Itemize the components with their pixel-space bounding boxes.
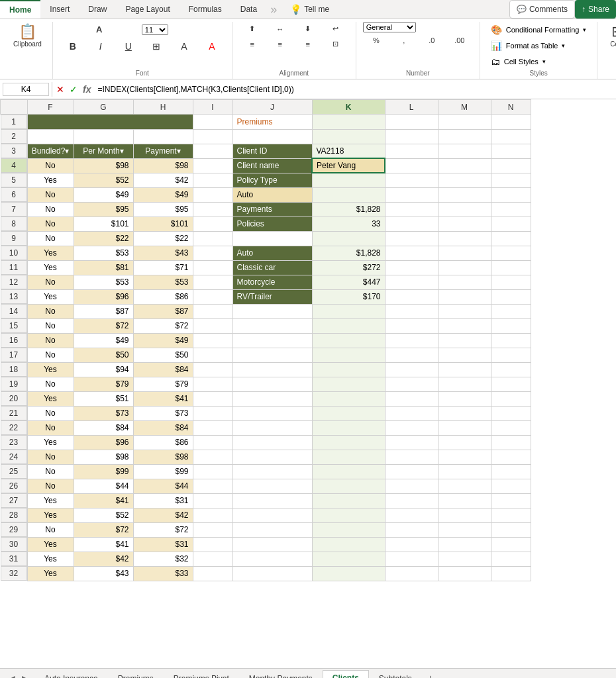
cell-F5[interactable]: Yes xyxy=(27,173,74,187)
cell-N2[interactable] xyxy=(491,129,531,144)
cell-F3[interactable]: Bundled?▾ xyxy=(27,144,74,158)
font-family-btn[interactable]: A xyxy=(60,22,139,37)
col-header-I[interactable]: I xyxy=(193,100,232,115)
cell-F4[interactable]: No xyxy=(27,158,74,173)
align-bot-btn[interactable]: ⬇ xyxy=(295,22,321,36)
tab-insert[interactable]: Insert xyxy=(40,0,79,19)
align-mid-btn[interactable]: ↔ xyxy=(267,22,293,36)
cell-G4[interactable]: $98 xyxy=(74,158,133,173)
cell-N4[interactable] xyxy=(491,158,531,173)
cell-M1[interactable] xyxy=(438,115,491,130)
cell-H5[interactable]: $42 xyxy=(133,173,193,187)
underline-btn[interactable]: U xyxy=(115,38,142,54)
cell-K4[interactable]: Peter Vang xyxy=(312,158,385,173)
align-left-btn[interactable]: ≡ xyxy=(239,37,266,51)
align-center-btn[interactable]: ≡ xyxy=(267,37,293,51)
sheet-tab-clients[interactable]: Clients xyxy=(323,670,369,678)
font-size-select[interactable]: 1112 xyxy=(142,24,168,35)
number-format-select[interactable]: General xyxy=(363,22,416,32)
tab-draw[interactable]: Draw xyxy=(79,0,116,19)
cell-J3[interactable]: Client ID xyxy=(232,144,312,158)
clipboard-btn[interactable]: 📋 Clipboard xyxy=(9,22,46,50)
formula-input[interactable] xyxy=(95,83,613,95)
cell-N3[interactable] xyxy=(491,144,531,158)
col-header-N[interactable]: N xyxy=(491,100,531,115)
scrollable-area[interactable]: F G H I J K L M N 1 Premiums xyxy=(0,99,616,668)
col-header-F[interactable]: F xyxy=(27,100,74,115)
cell-G2[interactable] xyxy=(74,129,133,144)
cell-H3[interactable]: Payment▾ xyxy=(133,144,193,158)
sheet-tab-add[interactable]: + xyxy=(422,671,438,679)
cell-J2[interactable] xyxy=(232,129,312,144)
cell-K3[interactable]: VA2118 xyxy=(312,144,385,158)
cell-G3[interactable]: Per Month▾ xyxy=(74,144,133,158)
cell-J5[interactable]: Policy Type xyxy=(232,173,312,187)
col-header-G[interactable]: G xyxy=(74,100,133,115)
tab-page-layout[interactable]: Page Layout xyxy=(116,0,179,19)
bold-btn[interactable]: B xyxy=(60,38,86,54)
tab-home[interactable]: Home xyxy=(0,0,40,19)
sheet-tab-premiums[interactable]: Premiums xyxy=(108,671,164,679)
col-header-H[interactable]: H xyxy=(133,100,193,115)
cell-K2[interactable] xyxy=(312,129,385,144)
font-color-btn[interactable]: A xyxy=(199,38,225,54)
dec-dec-btn[interactable]: .00 xyxy=(446,34,473,47)
cell-L2[interactable] xyxy=(385,129,438,144)
tab-tell-me[interactable]: 💡 Tell me xyxy=(281,0,338,19)
tab-data[interactable]: Data xyxy=(231,0,266,19)
dec-inc-btn[interactable]: .0 xyxy=(419,34,445,47)
col-header-M[interactable]: M xyxy=(438,100,491,115)
cell-J4[interactable]: Client name xyxy=(232,158,312,173)
cell-F2[interactable] xyxy=(27,129,74,144)
col-header-J[interactable]: J xyxy=(232,100,312,115)
cell-L3[interactable] xyxy=(385,144,438,158)
cell-reference-input[interactable] xyxy=(3,83,49,96)
cell-M2[interactable] xyxy=(438,129,491,144)
cell-I2[interactable] xyxy=(193,129,232,144)
cells-btn[interactable]: ⊞ Cells xyxy=(604,22,616,50)
cell-styles-btn[interactable]: 🗂 Cell Styles ▾ xyxy=(487,55,550,68)
format-as-table-btn[interactable]: 📊 Format as Table ▾ xyxy=(487,39,570,52)
tab-comments[interactable]: 💬 Comments xyxy=(509,0,575,19)
border-btn[interactable]: ⊞ xyxy=(143,38,170,54)
cell-N1[interactable] xyxy=(491,115,531,130)
cell-M4[interactable] xyxy=(438,158,491,173)
cell-K1[interactable] xyxy=(312,115,385,130)
insert-function-icon[interactable]: fx xyxy=(81,83,92,96)
tab-formulas[interactable]: Formulas xyxy=(180,0,231,19)
tab-share[interactable]: ↑ Share xyxy=(575,0,616,19)
cell-J1[interactable]: Premiums xyxy=(232,115,312,130)
sheet-tab-monthly-payments[interactable]: Monthy Payments xyxy=(239,671,323,679)
cell-K5[interactable] xyxy=(312,173,385,187)
cell-L4[interactable] xyxy=(385,158,438,173)
cell-H4[interactable]: $98 xyxy=(133,158,193,173)
align-top-btn[interactable]: ⬆ xyxy=(239,22,266,36)
italic-btn[interactable]: I xyxy=(87,38,114,54)
wrap-text-btn[interactable]: ↩ xyxy=(323,22,349,36)
comma-btn[interactable]: , xyxy=(391,34,417,47)
sheet-tab-subtotals[interactable]: Subtotals xyxy=(369,671,422,679)
cell-G5[interactable]: $52 xyxy=(74,173,133,187)
sheet-tab-premiums-pivot[interactable]: Premiums Pivot xyxy=(164,671,239,679)
sheet-tab-auto-insurance[interactable]: Auto Insurance xyxy=(34,671,108,679)
fill-color-btn[interactable]: A xyxy=(171,38,197,54)
percent-btn[interactable]: % xyxy=(363,34,389,47)
cell-M3[interactable] xyxy=(438,144,491,158)
sheet-nav-prev[interactable]: ◀ xyxy=(5,671,18,679)
confirm-formula-icon[interactable]: ✓ xyxy=(68,83,79,96)
cell-F1[interactable] xyxy=(27,115,193,130)
cell-H2[interactable] xyxy=(133,129,193,144)
conditional-formatting-btn[interactable]: 🎨 Conditional Formatting ▾ xyxy=(487,23,591,36)
align-right-btn[interactable]: ≡ xyxy=(295,37,321,51)
merge-btn[interactable]: ⊡ xyxy=(323,37,349,51)
table-row: 7 No $95 $95 Payments $1,828 xyxy=(1,202,531,217)
cancel-formula-icon[interactable]: ✕ xyxy=(55,83,66,96)
sheet-nav-next[interactable]: ▶ xyxy=(19,671,32,679)
col-header-L[interactable]: L xyxy=(385,100,438,115)
col-header-K[interactable]: K xyxy=(312,100,385,115)
cell-I3[interactable] xyxy=(193,144,232,158)
cell-I1[interactable] xyxy=(193,115,232,130)
cell-L1[interactable] xyxy=(385,115,438,130)
cell-I4[interactable] xyxy=(193,158,232,173)
ribbon-group-number: General % , .0 .00 Number xyxy=(356,22,480,79)
